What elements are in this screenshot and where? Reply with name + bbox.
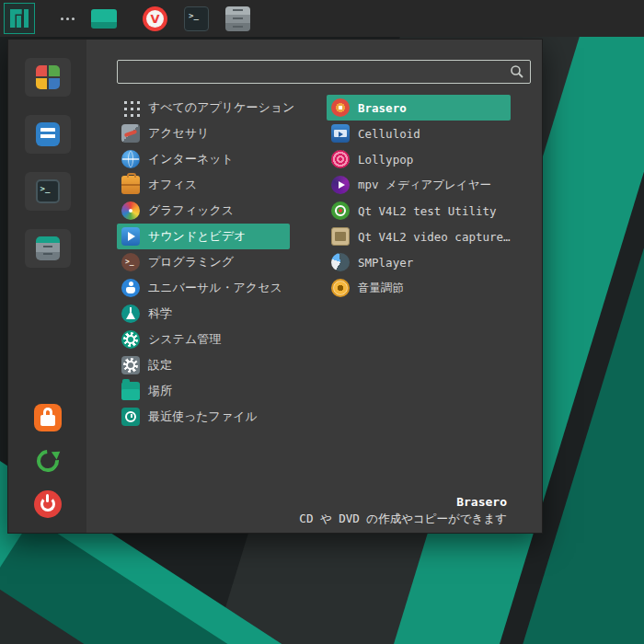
smplayer-icon — [331, 253, 350, 271]
application-menu-button[interactable] — [4, 3, 35, 34]
app-volume-control[interactable]: 音量調節 — [327, 275, 511, 301]
logout-icon[interactable] — [34, 447, 62, 475]
category-graphics[interactable]: グラフィックス — [117, 198, 290, 224]
category-label: ユニバーサル・アクセス — [148, 280, 282, 296]
category-label: 場所 — [148, 383, 172, 399]
sidebar-item-all-applications[interactable] — [25, 58, 71, 97]
apps-grid-icon — [121, 98, 140, 117]
film-icon — [331, 124, 350, 143]
app-label: mpv メディアプレイヤー — [358, 178, 491, 193]
app-lollypop[interactable]: Lollypop — [327, 146, 511, 172]
application-menu: すべてのアプリケーション アクセサリ インターネット オフィス グラフィックス — [7, 39, 543, 534]
sidebar-item-file-manager[interactable] — [25, 229, 71, 268]
app-brasero[interactable]: Brasero — [327, 95, 511, 121]
category-label: グラフィックス — [148, 202, 234, 219]
target-icon — [331, 201, 350, 220]
play-icon — [121, 227, 140, 246]
category-label: プログラミング — [148, 254, 234, 270]
app-label: Celluloid — [358, 127, 420, 141]
app-label: Lollypop — [358, 153, 413, 167]
category-label: システム管理 — [148, 331, 221, 348]
category-science[interactable]: 科学 — [117, 301, 290, 327]
software-icon — [36, 122, 60, 146]
app-label: Qt V4L2 video capture… — [358, 230, 511, 244]
app-celluloid[interactable]: Celluloid — [327, 121, 511, 146]
category-label: 設定 — [148, 357, 172, 374]
app-label: Brasero — [358, 101, 407, 115]
lollipop-icon — [331, 150, 350, 168]
search-input[interactable] — [117, 60, 531, 84]
category-places[interactable]: 場所 — [117, 378, 290, 404]
category-all-applications[interactable]: すべてのアプリケーション — [117, 95, 290, 121]
category-list: すべてのアプリケーション アクセサリ インターネット オフィス グラフィックス — [117, 95, 290, 430]
application-list: Brasero Celluloid Lollypop mpv メディアプレイヤー… — [327, 95, 511, 430]
gears-icon — [121, 356, 140, 374]
app-smplayer[interactable]: SMPlayer — [327, 249, 511, 275]
app-qt-v4l2-capture[interactable]: Qt V4L2 video capture… — [327, 224, 511, 249]
menu-columns: すべてのアプリケーション アクセサリ インターネット オフィス グラフィックス — [117, 95, 531, 430]
selected-app-name: Brasero — [299, 495, 507, 509]
play-circle-icon — [331, 176, 350, 194]
capture-card-icon — [331, 227, 350, 246]
category-label: アクセサリ — [148, 125, 210, 142]
category-multimedia[interactable]: サウンドとビデオ — [117, 224, 290, 249]
category-label: インターネット — [148, 151, 234, 167]
menu-main: すべてのアプリケーション アクセサリ インターネット オフィス グラフィックス — [86, 40, 542, 533]
category-development[interactable]: プログラミング — [117, 249, 290, 275]
category-system[interactable]: システム管理 — [117, 327, 290, 352]
vivaldi-icon[interactable] — [143, 6, 167, 31]
app-qt-v4l2-test[interactable]: Qt V4L2 test Utility — [327, 198, 511, 224]
category-label: オフィス — [148, 177, 197, 193]
selected-app-description: CD や DVD の作成やコピーができます — [299, 512, 507, 527]
category-label: すべてのアプリケーション — [148, 99, 294, 116]
category-universal-access[interactable]: ユニバーサル・アクセス — [117, 275, 290, 301]
file-cabinet-icon — [36, 236, 60, 260]
globe-icon — [121, 150, 140, 168]
pinwheel-icon — [121, 201, 140, 220]
category-accessories[interactable]: アクセサリ — [117, 121, 290, 146]
sidebar-item-software[interactable] — [25, 115, 71, 154]
ellipsis-icon[interactable] — [61, 17, 63, 20]
power-icon[interactable] — [34, 490, 62, 518]
speaker-icon — [331, 279, 350, 297]
app-mpv[interactable]: mpv メディアプレイヤー — [327, 172, 511, 198]
code-icon — [121, 253, 140, 271]
category-internet[interactable]: インターネット — [117, 146, 290, 172]
category-settings[interactable]: 設定 — [117, 352, 290, 378]
sidebar-top-group — [25, 58, 71, 268]
folder-icon — [121, 382, 140, 400]
search-icon — [510, 64, 524, 79]
app-grid-icon — [36, 65, 60, 89]
lock-icon[interactable] — [34, 404, 62, 431]
menu-sidebar — [8, 40, 86, 533]
category-office[interactable]: オフィス — [117, 172, 290, 198]
gear-teal-icon — [121, 330, 140, 349]
teal-window-icon[interactable] — [91, 9, 117, 29]
category-label: サウンドとビデオ — [148, 228, 246, 245]
category-label: 科学 — [148, 305, 172, 322]
selected-app-status: Brasero CD や DVD の作成やコピーができます — [299, 495, 507, 527]
clock-icon — [121, 408, 140, 426]
sidebar-bottom-group — [34, 404, 62, 518]
briefcase-icon — [121, 176, 140, 194]
category-recent[interactable]: 最近使ったファイル — [117, 404, 290, 430]
flask-icon — [121, 305, 140, 323]
file-cabinet-icon[interactable] — [225, 6, 250, 31]
terminal-icon[interactable] — [184, 6, 209, 31]
app-label: SMPlayer — [358, 256, 413, 270]
manjaro-logo-icon — [10, 9, 29, 28]
app-label: Qt V4L2 test Utility — [358, 204, 497, 218]
accessibility-icon — [121, 279, 140, 297]
desktop: { "panel": { "items": [ {"name": "applic… — [0, 0, 644, 644]
top-panel — [0, 0, 644, 37]
category-label: 最近使ったファイル — [148, 408, 258, 425]
disc-icon — [331, 98, 350, 117]
app-label: 音量調節 — [358, 281, 404, 296]
sidebar-item-terminal[interactable] — [25, 172, 71, 211]
terminal-icon — [36, 179, 60, 203]
search-bar — [117, 60, 531, 84]
utilities-icon — [121, 124, 140, 143]
